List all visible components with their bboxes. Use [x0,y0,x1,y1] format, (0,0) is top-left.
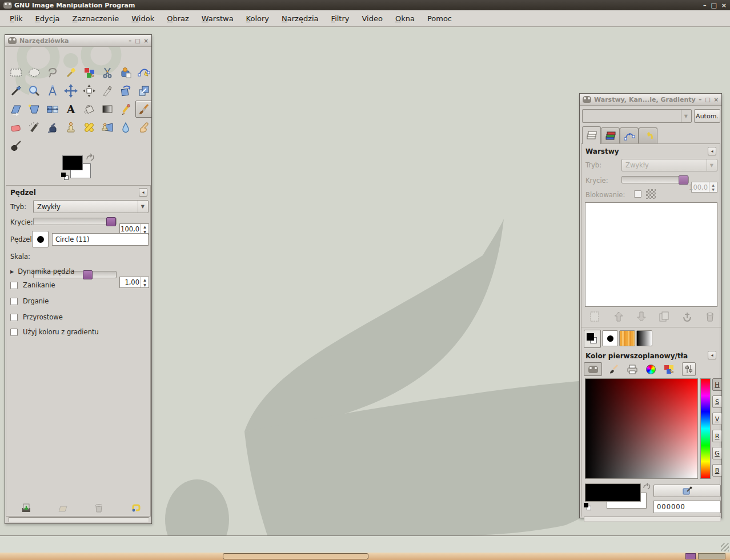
gradient-color-checkbox[interactable] [10,329,18,336]
dock-bottom-scrollbar[interactable] [584,517,721,522]
brush-name-field[interactable]: Circle (11) [52,233,149,246]
default-colors-icon[interactable] [584,503,592,511]
layers-dock-titlebar[interactable]: Warstwy, Kan...ie, Gradienty – □ × [580,94,721,106]
layer-opacity-slider-handle[interactable] [679,175,688,185]
dialog-fg-color-swatch[interactable] [585,483,641,502]
menu-narzedzia[interactable]: Narzędzia [276,12,324,25]
layers-list[interactable] [585,202,717,307]
jitter-checkbox-row[interactable]: Drganie [10,297,49,305]
foreground-color-swatch[interactable] [62,155,83,170]
spin-down-icon[interactable]: ▼ [709,187,717,193]
raise-layer-button[interactable] [611,310,626,323]
menu-zaznaczenie[interactable]: Zaznaczenie [67,12,125,25]
opacity-slider[interactable] [33,218,117,225]
layer-opacity-slider[interactable] [621,176,689,183]
toolbox-close-icon[interactable]: × [144,38,149,44]
incremental-checkbox-row[interactable]: Przyrostowe [10,313,63,321]
delete-layer-button[interactable] [703,310,717,323]
paths-tool[interactable] [135,64,151,81]
dock-maximize-icon[interactable]: □ [705,97,710,103]
layer-opacity-spinbox[interactable]: 100,0 ▲▼ [691,182,717,193]
close-button[interactable]: × [721,2,727,9]
text-tool[interactable]: A [62,101,79,118]
swap-colors-icon[interactable] [85,153,97,162]
bucket-fill-tool[interactable] [81,101,98,118]
new-layer-button[interactable] [587,310,602,323]
fade-checkbox-row[interactable]: Zanikanie [10,281,55,289]
taskbar[interactable] [0,553,730,560]
auto-button[interactable]: Autom. [694,109,720,123]
color-wheel-selector-button[interactable] [643,362,658,376]
gimp-color-selector-button[interactable] [584,362,602,376]
tab-undo-history[interactable] [639,127,657,144]
menu-widok[interactable]: Widok [126,12,159,25]
clone-tool[interactable] [62,119,79,136]
hex-color-field[interactable]: 000000 [653,501,721,513]
taskbar-tray-item[interactable] [685,553,696,559]
opacity-slider-handle[interactable] [106,217,116,226]
perspective-tool[interactable] [26,101,43,118]
taskbar-window-button[interactable] [223,553,368,559]
channel-v-button[interactable]: V [712,413,722,425]
rectangle-select-tool[interactable] [7,64,25,81]
delete-options-button[interactable] [89,501,109,515]
lower-layer-button[interactable] [634,310,649,323]
taskbar-pager[interactable] [698,553,725,559]
save-options-button[interactable] [16,501,37,515]
ellipse-select-tool[interactable] [26,64,43,81]
printer-selector-button[interactable] [625,362,640,376]
scissors-select-tool[interactable] [99,64,116,81]
channel-b-button[interactable]: B [712,464,722,477]
menu-warstwa[interactable]: Warstwa [196,12,239,25]
flip-tool[interactable] [44,101,61,118]
fuzzy-select-tool[interactable] [62,64,79,81]
channel-s-button[interactable]: S [712,395,722,408]
airbrush-tool[interactable] [26,119,43,136]
spin-up-icon[interactable]: ▲ [709,182,717,187]
tool-options-scrollbar[interactable] [9,517,149,522]
dodge-burn-tool[interactable] [7,137,25,154]
brush-preview-tab[interactable] [602,330,618,346]
menu-edycja[interactable]: Edycja [30,12,65,25]
watercolor-selector-button[interactable] [607,362,621,376]
toolbox-minimize-icon[interactable]: – [129,38,131,44]
foreground-select-tool[interactable] [117,64,134,81]
blur-sharpen-tool[interactable] [117,119,134,136]
color-picker-tool[interactable] [7,82,25,99]
gradient-preview-tab[interactable] [636,330,652,346]
menu-video[interactable]: Video [357,12,388,25]
swap-colors-icon[interactable] [642,482,652,490]
align-tool[interactable] [81,82,98,99]
dock-close-icon[interactable]: × [714,97,719,103]
duplicate-layer-button[interactable] [657,310,672,323]
default-colors-icon[interactable] [61,173,69,181]
panel-collapse-button[interactable]: ◂ [139,188,147,197]
brush-preview-button[interactable] [32,231,49,247]
spin-down-icon[interactable]: ▼ [141,282,149,287]
dock-minimize-icon[interactable]: – [699,97,701,103]
tab-paths[interactable] [620,127,639,144]
scales-selector-button[interactable] [682,362,696,376]
eraser-tool[interactable] [7,119,25,136]
menu-filtry[interactable]: Filtry [326,12,355,25]
restore-options-button[interactable] [53,501,73,515]
saturation-value-square[interactable] [585,378,698,479]
select-by-color-tool[interactable] [81,64,98,81]
incremental-checkbox[interactable] [10,314,18,321]
perspective-clone-tool[interactable] [99,119,116,136]
brush-dynamics-expander[interactable]: ▶ Dynamika pędzla [10,267,75,275]
spin-up-icon[interactable]: ▲ [141,224,149,229]
menu-kolory[interactable]: Kolory [241,12,274,25]
jitter-checkbox[interactable] [10,298,18,305]
tab-channels[interactable] [601,127,620,144]
layer-mode-combobox[interactable]: Zwykły ▼ [621,159,717,171]
menu-pomoc[interactable]: Pomoc [422,12,457,25]
zoom-tool[interactable] [26,82,43,99]
menu-plik[interactable]: Plik [5,12,28,25]
free-select-tool[interactable] [44,64,61,81]
move-tool[interactable] [62,82,79,99]
minimize-button[interactable]: – [703,2,707,9]
shear-tool[interactable] [7,101,25,118]
pattern-preview-tab[interactable] [619,330,635,346]
channel-r-button[interactable]: R [712,430,722,442]
